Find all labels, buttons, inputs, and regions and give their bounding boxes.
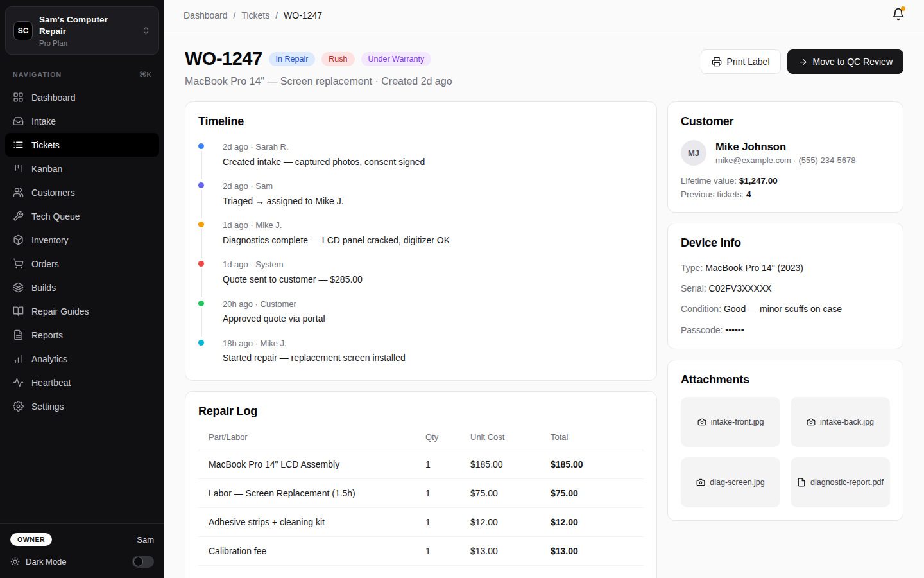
- sidebar-item-label: Customers: [31, 188, 75, 198]
- move-to-qc-button[interactable]: Move to QC Review: [787, 49, 903, 74]
- workspace-switcher[interactable]: SC Sam's Computer Repair Pro Plan: [5, 6, 159, 55]
- customer-card: Customer MJ Mike Johnson mike@example.co…: [667, 101, 903, 213]
- device-passcode-value: ••••••: [725, 325, 744, 335]
- grid-icon: [13, 92, 24, 103]
- timeline-event-meta: 1d ago · Mike J.: [223, 220, 644, 231]
- status-badge-rush: Rush: [321, 52, 354, 66]
- lifetime-value: $1,247.00: [739, 176, 778, 186]
- nav-header: NAVIGATION ⌘K: [5, 70, 159, 79]
- attachment-tile[interactable]: diagnostic-report.pdf: [791, 457, 890, 507]
- page-header: WO-1247 In Repair Rush Under Warranty Ma…: [185, 48, 903, 87]
- dark-mode-label: Dark Mode: [26, 557, 126, 566]
- attachments-grid: intake-front.jpg intake-back.jpg diag-sc…: [681, 397, 890, 507]
- sidebar-item-inventory[interactable]: Inventory: [5, 228, 159, 252]
- sidebar-item-label: Reports: [31, 330, 63, 340]
- camera-icon: [807, 417, 816, 426]
- customer-title: Customer: [681, 115, 890, 128]
- sidebar-item-label: Builds: [31, 283, 56, 293]
- device-type-value: MacBook Pro 14" (2023): [705, 263, 803, 273]
- app-root: SC Sam's Computer Repair Pro Plan NAVIGA…: [0, 0, 924, 578]
- attachment-name: diagnostic-report.pdf: [810, 478, 884, 487]
- dark-mode-row: Dark Mode: [10, 556, 154, 568]
- device-info-title: Device Info: [681, 236, 890, 250]
- attachment-name: intake-front.jpg: [711, 417, 764, 426]
- title-row: WO-1247 In Repair Rush Under Warranty: [185, 48, 452, 69]
- ticket-subtitle: MacBook Pro 14" — Screen replacement · C…: [185, 76, 452, 87]
- sidebar-item-repair-guides[interactable]: Repair Guides: [5, 299, 159, 323]
- bar-chart-icon: [13, 353, 24, 364]
- cell-part: Adhesive strips + cleaning kit: [198, 507, 425, 536]
- timeline-event: 1d ago · System Quote sent to customer —…: [198, 259, 644, 298]
- column-header: Unit Cost: [470, 423, 551, 450]
- breadcrumb: Dashboard / Tickets / WO-1247: [184, 10, 322, 21]
- timeline-event-text: Triaged → assigned to Mike J.: [223, 195, 644, 208]
- command-k-shortcut: ⌘K: [139, 70, 151, 79]
- timeline-list: 2d ago · Sarah R. Created intake — captu…: [198, 141, 644, 367]
- timeline-event-meta: 1d ago · System: [223, 259, 644, 270]
- cell-part: Calibration fee: [198, 536, 425, 565]
- gear-icon: [13, 401, 24, 412]
- notifications-button[interactable]: [892, 8, 905, 23]
- device-condition-value: Good — minor scuffs on case: [724, 304, 842, 314]
- sidebar-item-label: Heartbeat: [31, 378, 71, 388]
- workspace-name: Sam's Computer Repair: [39, 14, 135, 37]
- table-header-row: Part/Labor Qty Unit Cost Total: [198, 423, 644, 450]
- cell-total: $185.00: [551, 450, 644, 478]
- sidebar-item-analytics[interactable]: Analytics: [5, 347, 159, 371]
- attachments-card: Attachments intake-front.jpg intake-back…: [667, 360, 903, 521]
- activity-icon: [13, 377, 24, 388]
- arrow-right-icon: [798, 57, 808, 67]
- attachment-tile[interactable]: intake-back.jpg: [791, 397, 890, 447]
- book-icon: [13, 306, 24, 317]
- lifetime-value-label: Lifetime value:: [681, 176, 739, 186]
- title-block: WO-1247 In Repair Rush Under Warranty Ma…: [185, 48, 452, 87]
- sidebar-item-dashboard[interactable]: Dashboard: [5, 85, 159, 109]
- attachment-tile[interactable]: diag-screen.jpg: [681, 457, 780, 507]
- sidebar-item-tickets[interactable]: Tickets: [5, 133, 159, 157]
- dark-mode-toggle[interactable]: [132, 556, 154, 568]
- sidebar-item-heartbeat[interactable]: Heartbeat: [5, 371, 159, 394]
- timeline-dot: [198, 182, 204, 188]
- sidebar-item-customers[interactable]: Customers: [5, 180, 159, 204]
- sidebar-item-label: Settings: [31, 401, 64, 412]
- print-label-button[interactable]: Print Label: [701, 49, 781, 74]
- previous-tickets-value: 4: [746, 189, 751, 199]
- layers-icon: [13, 282, 24, 293]
- sidebar-item-label: Intake: [31, 116, 56, 127]
- box-icon: [13, 234, 24, 245]
- sidebar-item-orders[interactable]: Orders: [5, 252, 159, 276]
- owner-row: OWNER Sam: [10, 533, 154, 546]
- workspace-meta: Sam's Computer Repair Pro Plan: [39, 14, 135, 47]
- sidebar-item-label: Kanban: [31, 164, 62, 174]
- sidebar-item-settings[interactable]: Settings: [5, 394, 159, 418]
- timeline-dot: [198, 261, 204, 267]
- device-passcode-label: Passcode:: [681, 325, 725, 335]
- sidebar-item-tech-queue[interactable]: Tech Queue: [5, 204, 159, 228]
- previous-tickets-line: Previous tickets: 4: [681, 189, 890, 199]
- timeline-event: 2d ago · Sam Triaged → assigned to Mike …: [198, 180, 644, 220]
- notification-dot: [901, 6, 905, 11]
- device-passcode-row: Passcode: ••••••: [681, 324, 890, 336]
- attachment-tile[interactable]: intake-front.jpg: [681, 397, 780, 447]
- sidebar-item-reports[interactable]: Reports: [5, 323, 159, 347]
- timeline-event-text: Quote sent to customer — $285.00: [223, 274, 644, 286]
- column-header: Qty: [425, 423, 470, 450]
- customer-contact: mike@example.com · (555) 234-5678: [715, 155, 855, 165]
- table-row: Calibration fee 1 $13.00 $13.00: [198, 536, 644, 565]
- breadcrumb-dashboard[interactable]: Dashboard: [184, 10, 228, 21]
- device-serial-value: C02FV3XXXXX: [709, 283, 772, 293]
- cell-unit-cost: $12.00: [470, 507, 551, 536]
- sidebar-nav: NAVIGATION ⌘K Dashboard Intake Tickets K…: [0, 70, 164, 418]
- cell-total: $75.00: [551, 478, 644, 507]
- sidebar-item-kanban[interactable]: Kanban: [5, 157, 159, 180]
- breadcrumb-tickets[interactable]: Tickets: [241, 10, 270, 21]
- previous-tickets-label: Previous tickets:: [681, 189, 746, 199]
- sidebar-item-intake[interactable]: Intake: [5, 109, 159, 133]
- kanban-icon: [13, 163, 24, 174]
- sidebar-item-builds[interactable]: Builds: [5, 276, 159, 299]
- table-row: Adhesive strips + cleaning kit 1 $12.00 …: [198, 507, 644, 536]
- repair-log-table: Part/Labor Qty Unit Cost Total MacBook P…: [198, 423, 644, 566]
- header-actions: Print Label Move to QC Review: [701, 49, 903, 74]
- cell-part: Labor — Screen Replacement (1.5h): [198, 478, 425, 507]
- file-icon: [13, 329, 24, 340]
